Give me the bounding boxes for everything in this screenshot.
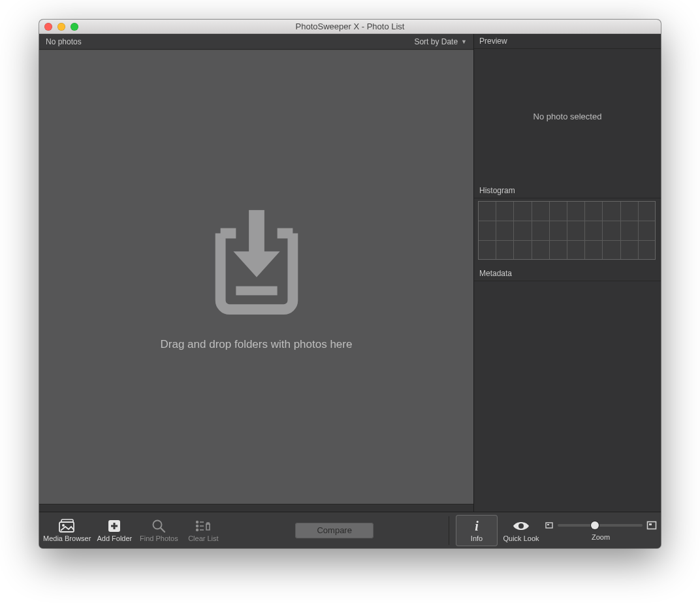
svg-line-10 xyxy=(161,528,165,532)
svg-rect-22 xyxy=(649,523,652,525)
photos-stack-icon xyxy=(58,519,76,533)
toolbar-divider xyxy=(449,516,449,545)
zoom-label: Zoom xyxy=(592,533,610,541)
photo-list-footer xyxy=(39,504,473,512)
photo-list-header: No photos Sort by Date ▼ xyxy=(39,34,473,50)
info-icon: i xyxy=(471,519,483,533)
zoom-min-icon[interactable] xyxy=(545,521,554,530)
zoom-control: Zoom xyxy=(545,520,657,541)
preview-box: No photo selected xyxy=(474,49,661,183)
histogram-grid xyxy=(478,201,656,260)
photo-list-pane: No photos Sort by Date ▼ xyxy=(39,34,473,512)
download-tray-icon xyxy=(199,204,315,320)
magnifying-glass-icon xyxy=(151,519,166,533)
preview-empty-label: No photo selected xyxy=(533,112,602,121)
svg-rect-0 xyxy=(249,209,264,255)
photo-count-label: No photos xyxy=(46,37,82,46)
svg-rect-20 xyxy=(547,524,549,525)
metadata-heading: Metadata xyxy=(474,266,661,281)
eye-icon xyxy=(512,519,530,533)
zoom-slider[interactable] xyxy=(558,524,643,527)
quick-look-label: Quick Look xyxy=(503,535,539,542)
add-folder-label: Add Folder xyxy=(97,535,132,542)
window-close-button[interactable] xyxy=(44,23,52,31)
drop-area[interactable]: Drag and drop folders with photos here xyxy=(39,50,473,504)
find-photos-button[interactable]: Find Photos xyxy=(138,515,180,546)
chevron-down-icon: ▼ xyxy=(461,39,467,45)
add-folder-button[interactable]: Add Folder xyxy=(93,515,135,546)
preview-heading: Preview xyxy=(474,34,661,49)
inspector-pane: Preview No photo selected Histogram Meta… xyxy=(474,34,661,512)
svg-point-18 xyxy=(518,523,524,529)
app-window: PhotoSweeper X - Photo List No photos So… xyxy=(39,20,661,548)
info-button[interactable]: i Info xyxy=(456,515,498,546)
window-zoom-button[interactable] xyxy=(71,23,78,31)
traffic-lights xyxy=(44,23,78,31)
quick-look-button[interactable]: Quick Look xyxy=(500,515,542,546)
media-browser-button[interactable]: Media Browser xyxy=(43,515,91,546)
clear-list-icon xyxy=(195,519,212,533)
clear-list-label: Clear List xyxy=(188,535,218,542)
svg-rect-2 xyxy=(236,286,277,295)
sort-button-label: Sort by Date xyxy=(414,37,458,46)
content: No photos Sort by Date ▼ xyxy=(39,34,661,512)
zoom-max-icon[interactable] xyxy=(646,520,657,531)
svg-text:i: i xyxy=(475,519,479,533)
info-label: Info xyxy=(471,535,483,542)
media-browser-label: Media Browser xyxy=(43,535,91,542)
window-minimize-button[interactable] xyxy=(57,23,65,31)
svg-marker-1 xyxy=(233,251,279,277)
drop-hint: Drag and drop folders with photos here xyxy=(161,338,353,351)
zoom-slider-thumb[interactable] xyxy=(591,521,599,529)
titlebar: PhotoSweeper X - Photo List xyxy=(39,20,661,34)
bottom-toolbar: Media Browser Add Folder Find Photos xyxy=(39,512,661,548)
svg-point-13 xyxy=(197,525,199,527)
histogram-box xyxy=(474,198,661,266)
svg-point-15 xyxy=(197,529,199,531)
histogram-heading: Histogram xyxy=(474,183,661,198)
window-title: PhotoSweeper X - Photo List xyxy=(39,22,661,31)
metadata-box xyxy=(474,281,661,512)
clear-list-button[interactable]: Clear List xyxy=(182,515,224,546)
compare-button-label: Compare xyxy=(317,525,351,535)
plus-square-icon xyxy=(107,519,121,533)
find-photos-label: Find Photos xyxy=(140,535,178,542)
svg-point-11 xyxy=(197,521,199,523)
svg-point-5 xyxy=(62,524,65,527)
compare-button[interactable]: Compare xyxy=(295,523,374,538)
sort-button[interactable]: Sort by Date ▼ xyxy=(414,37,467,46)
